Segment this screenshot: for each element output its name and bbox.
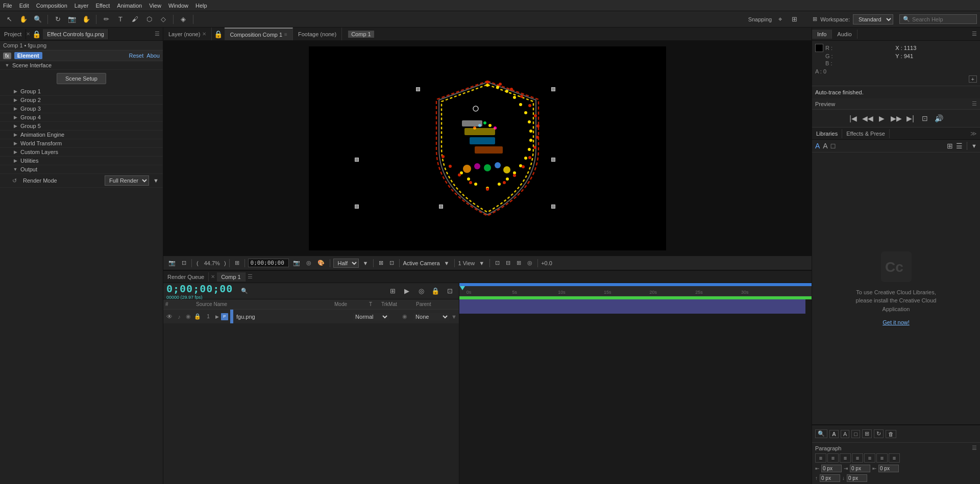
lib-shape-btn[interactable]: □	[831, 142, 835, 150]
lib-color-btn[interactable]: A	[815, 142, 820, 150]
color-swatch[interactable]	[815, 44, 823, 52]
justify-center-btn[interactable]: ≡	[864, 453, 875, 463]
world-transform-item[interactable]: ▶ World Transform	[0, 139, 163, 148]
group1-item[interactable]: ▶ Group 1	[0, 87, 163, 96]
layer-track-bar[interactable]	[459, 299, 805, 314]
info-tab[interactable]: Info	[812, 30, 832, 39]
zoom-select[interactable]: 44.7%	[202, 260, 222, 267]
animation-engine-item[interactable]: ▶ Animation Engine	[0, 131, 163, 139]
effect-controls-tab[interactable]: Effect Controls fgu.png	[43, 29, 109, 39]
comp-tab-close[interactable]: ≡	[284, 32, 287, 37]
region-btn[interactable]: ⊠	[377, 259, 385, 267]
color-correct-btn[interactable]: 🎨	[315, 259, 327, 267]
motion-blur-btn[interactable]: ◎	[304, 259, 313, 267]
search-timeline-btn[interactable]: 🔍	[241, 288, 248, 294]
solo-btn[interactable]: ◎	[415, 286, 427, 297]
output-item[interactable]: ▼ Output	[0, 165, 163, 174]
char-A2-btn[interactable]: A	[841, 430, 849, 438]
camera-select-btn[interactable]: ▼	[442, 260, 452, 267]
step-back-btn[interactable]: ◀◀	[862, 113, 873, 124]
about-btn[interactable]: Abou	[146, 53, 160, 59]
render-queue-close[interactable]: ✕	[209, 274, 217, 279]
lib-text-btn[interactable]: A	[823, 142, 827, 150]
quality-select[interactable]: Half	[333, 259, 359, 268]
layer-expand-btn[interactable]: ▶	[215, 314, 219, 319]
menu-help[interactable]: Help	[195, 3, 207, 9]
justify-all-btn[interactable]: ≡	[889, 453, 900, 463]
pre-render-btn[interactable]: ▶	[401, 286, 413, 297]
group2-item[interactable]: ▶ Group 2	[0, 96, 163, 105]
footage-tab[interactable]: Footage (none)	[293, 28, 342, 40]
play-btn[interactable]: ▶	[876, 113, 888, 124]
audio-in-btn[interactable]: 🔊	[934, 113, 945, 124]
lib-list-view-btn[interactable]: ☰	[956, 142, 963, 150]
lib-expand-btn[interactable]: ≫	[967, 130, 980, 137]
render-mode-select[interactable]: Full Render	[105, 175, 149, 186]
go-to-start-btn[interactable]: |◀	[848, 113, 859, 124]
fit-btn[interactable]: ⊞	[233, 259, 241, 267]
layer-mode-select[interactable]: Normal	[353, 313, 389, 320]
menu-window[interactable]: Window	[168, 3, 188, 9]
space-before-input[interactable]	[820, 474, 840, 482]
menu-effect[interactable]: Effect	[95, 3, 110, 9]
indent-right-input[interactable]	[850, 465, 870, 472]
comp1-timeline-tab[interactable]: Comp 1	[217, 272, 246, 282]
menu-layer[interactable]: Layer	[75, 3, 89, 9]
menu-animation[interactable]: Animation	[117, 3, 142, 9]
pen-tool-btn[interactable]: ✏	[100, 14, 112, 25]
project-tab[interactable]: Project	[0, 29, 26, 39]
indent-first-input[interactable]	[878, 465, 899, 472]
scene-setup-btn[interactable]: Scene Setup	[57, 73, 106, 84]
align-right-btn[interactable]: ≡	[840, 453, 851, 463]
go-to-end-btn[interactable]: ▶|	[905, 113, 916, 124]
snap-btn[interactable]: ⊡	[444, 286, 456, 297]
parent-dropdown-btn[interactable]: ▼	[451, 314, 457, 320]
menu-composition[interactable]: Composition	[36, 3, 67, 9]
brush-tool-btn[interactable]: 🖌	[129, 14, 141, 25]
search-box[interactable]: 🔍	[899, 14, 977, 24]
para-menu-btn[interactable]: ☰	[972, 445, 977, 451]
custom-layers-item[interactable]: ▶ Custom Layers	[0, 148, 163, 157]
element-badge[interactable]: Element	[14, 52, 42, 59]
layer-name-label[interactable]: fgu.png	[236, 314, 351, 320]
audio-out-btn[interactable]: ⊡	[919, 113, 930, 124]
layer-tab-close[interactable]: ✕	[202, 31, 206, 37]
group5-item[interactable]: ▶ Group 5	[0, 122, 163, 131]
char-search-btn[interactable]: 🔍	[815, 429, 827, 438]
char-grid-btn[interactable]: ⊞	[862, 429, 872, 438]
grid-btn[interactable]: ⊞	[514, 259, 523, 267]
eraser-tool-btn[interactable]: ◇	[157, 14, 169, 25]
preview-menu-btn[interactable]: ☰	[972, 100, 977, 107]
layer-lock-btn[interactable]: 🔒	[194, 313, 201, 320]
layer-parent-select[interactable]: None	[413, 313, 449, 320]
select-tool-btn[interactable]: ↖	[3, 14, 15, 25]
indent-left-input[interactable]	[821, 465, 842, 472]
camera-snapshot-btn[interactable]: 📷	[291, 259, 302, 267]
text-tool-btn[interactable]: T	[114, 14, 127, 25]
stamp-tool-btn[interactable]: ⬡	[143, 14, 155, 25]
new-comp-btn[interactable]: ⊞	[386, 286, 399, 297]
snapping-toggle[interactable]: ⌖	[774, 14, 786, 25]
quality-toggle-btn[interactable]: ▼	[361, 260, 371, 267]
align-left-btn[interactable]: ≡	[815, 453, 826, 463]
group4-item[interactable]: ▶ Group 4	[0, 113, 163, 122]
space-after-input[interactable]	[847, 474, 867, 482]
menu-file[interactable]: File	[3, 3, 12, 9]
puppet-tool-btn[interactable]: ◈	[177, 14, 189, 25]
cc-link[interactable]: Get it now!	[883, 319, 910, 325]
utilities-item[interactable]: ▶ Utilities	[0, 157, 163, 165]
justify-left-btn[interactable]: ≡	[852, 453, 863, 463]
render-mode-arrow[interactable]: ▼	[153, 177, 159, 184]
workspace-dropdown[interactable]: Standard	[853, 14, 893, 24]
search-input[interactable]	[912, 16, 973, 22]
safe-zones-btn[interactable]: ⊟	[504, 259, 512, 267]
rotate-tool-btn[interactable]: ↻	[52, 14, 64, 25]
lock-btn[interactable]: 🔒	[429, 286, 442, 297]
layer-eye-btn[interactable]: 👁	[165, 313, 174, 321]
align-center-btn[interactable]: ≡	[827, 453, 839, 463]
lib-grid-view-btn[interactable]: ⊞	[947, 142, 953, 150]
layer-tab[interactable]: Layer (none) ✕	[163, 28, 212, 40]
pan-tool-btn[interactable]: ✋	[80, 14, 92, 25]
effects-presets-tab[interactable]: Effects & Prese	[842, 129, 890, 138]
char-trash-btn[interactable]: 🗑	[886, 430, 896, 438]
